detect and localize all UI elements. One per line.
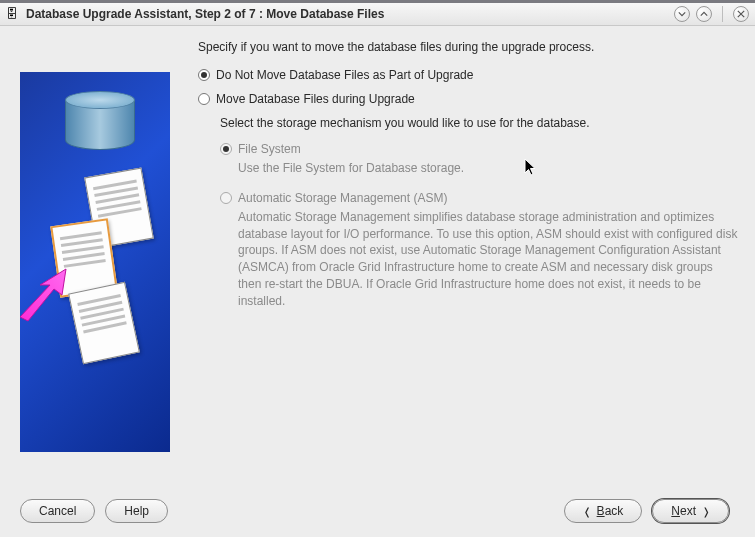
side-graphic xyxy=(20,72,170,452)
radio-icon xyxy=(220,143,232,155)
instruction-text: Specify if you want to move the database… xyxy=(198,40,739,54)
content-area: Specify if you want to move the database… xyxy=(0,26,755,537)
button-bar: Cancel Help ❬ Back Next ❭ xyxy=(20,499,739,523)
file-system-desc: Use the File System for Database storage… xyxy=(238,160,738,177)
storage-instruction: Select the storage mechanism you would l… xyxy=(220,116,739,130)
option-label: Move Database Files during Upgrade xyxy=(216,92,415,106)
maximize-button[interactable] xyxy=(696,6,712,22)
window-title: Database Upgrade Assistant, Step 2 of 7 … xyxy=(26,7,668,21)
minimize-button[interactable] xyxy=(674,6,690,22)
close-button[interactable] xyxy=(733,6,749,22)
window-controls xyxy=(674,6,749,22)
option-label: Do Not Move Database Files as Part of Up… xyxy=(216,68,473,82)
document-icon xyxy=(68,282,140,364)
titlebar: 🗄 Database Upgrade Assistant, Step 2 of … xyxy=(0,0,755,26)
svg-marker-0 xyxy=(20,269,66,321)
asm-desc: Automatic Storage Management simplifies … xyxy=(238,209,738,310)
option-label: Automatic Storage Management (ASM) xyxy=(238,191,447,205)
next-button[interactable]: Next ❭ xyxy=(652,499,729,523)
chevron-right-icon: ❭ xyxy=(702,506,710,517)
radio-icon xyxy=(198,69,210,81)
app-icon: 🗄 xyxy=(4,6,20,22)
option-do-not-move[interactable]: Do Not Move Database Files as Part of Up… xyxy=(198,68,739,82)
form-body: Specify if you want to move the database… xyxy=(198,40,739,452)
cancel-button[interactable]: Cancel xyxy=(20,499,95,523)
back-label: ack xyxy=(605,504,624,518)
option-move[interactable]: Move Database Files during Upgrade xyxy=(198,92,739,106)
next-label: ext xyxy=(680,504,696,518)
back-button[interactable]: ❬ Back xyxy=(564,499,643,523)
radio-icon xyxy=(220,192,232,204)
chevron-left-icon: ❬ xyxy=(583,506,591,517)
help-button[interactable]: Help xyxy=(105,499,168,523)
option-label: File System xyxy=(238,142,301,156)
database-icon xyxy=(65,100,135,160)
titlebar-separator xyxy=(722,6,723,22)
radio-icon xyxy=(198,93,210,105)
option-asm[interactable]: Automatic Storage Management (ASM) xyxy=(220,191,739,205)
option-file-system[interactable]: File System xyxy=(220,142,739,156)
